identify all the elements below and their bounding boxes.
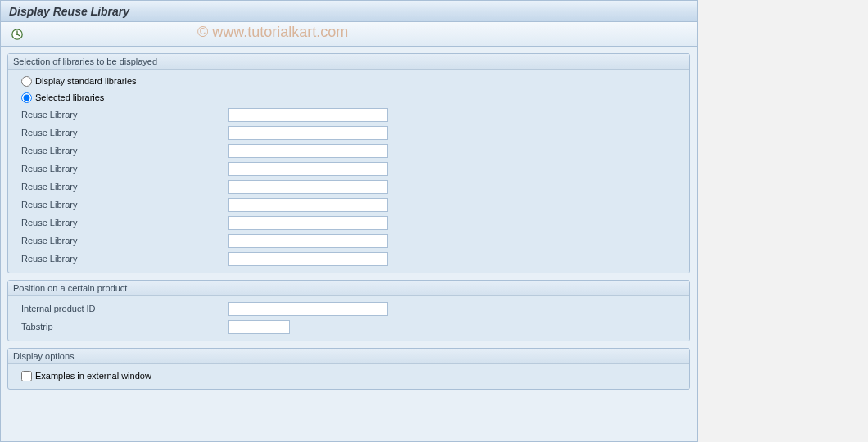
reuse-library-row-5: Reuse Library [15,178,683,196]
reuse-library-label-6: Reuse Library [21,200,228,210]
reuse-library-input-7[interactable] [228,216,388,230]
reuse-library-row-4: Reuse Library [15,160,683,178]
reuse-library-row-6: Reuse Library [15,196,683,214]
reuse-library-label-3: Reuse Library [21,146,228,156]
reuse-library-label-5: Reuse Library [21,182,228,192]
internal-product-id-row: Internal product ID [15,300,683,318]
radio-display-standard-label: Display standard libraries [35,76,137,86]
group-selection-libraries: Selection of libraries to be displayed D… [7,53,690,273]
execute-button[interactable] [9,26,25,43]
radio-display-standard[interactable] [21,76,32,87]
toolbar: © www.tutorialkart.com [1,22,697,47]
external-window-row: Examples in external window [15,368,683,384]
radio-selected-libraries[interactable] [21,92,32,103]
reuse-library-input-4[interactable] [228,162,388,176]
reuse-library-input-8[interactable] [228,234,388,248]
reuse-library-row-7: Reuse Library [15,214,683,232]
reuse-library-label-9: Reuse Library [21,254,228,264]
reuse-library-row-9: Reuse Library [15,250,683,268]
reuse-library-label-1: Reuse Library [21,110,228,120]
tabstrip-input[interactable] [228,320,290,334]
group-selection-title: Selection of libraries to be displayed [8,54,689,70]
reuse-library-row-1: Reuse Library [15,106,683,124]
main-window: Display Reuse Library © www.tutorialkart… [0,0,698,442]
titlebar: Display Reuse Library [1,1,697,22]
external-window-label: Examples in external window [35,371,151,381]
group-position-product: Position on a certain product Internal p… [7,280,690,341]
external-window-checkbox[interactable] [21,371,32,381]
clock-execute-icon [11,28,24,41]
window-title: Display Reuse Library [9,5,129,18]
svg-point-1 [16,34,18,35]
reuse-library-input-2[interactable] [228,126,388,140]
group-position-title: Position on a certain product [8,281,689,296]
reuse-library-label-7: Reuse Library [21,218,228,228]
reuse-library-input-1[interactable] [228,108,388,122]
radio-selected-libraries-label: Selected libraries [35,92,104,102]
reuse-library-input-3[interactable] [228,144,388,158]
reuse-library-label-4: Reuse Library [21,164,228,174]
reuse-library-input-9[interactable] [228,252,388,266]
radio-row-selected: Selected libraries [15,89,683,106]
reuse-library-row-2: Reuse Library [15,124,683,142]
tabstrip-row: Tabstrip [15,318,683,336]
reuse-library-input-5[interactable] [228,180,388,194]
radio-row-standard: Display standard libraries [15,73,683,89]
reuse-library-row-8: Reuse Library [15,232,683,250]
content-area: Selection of libraries to be displayed D… [1,47,697,396]
group-display-options: Display options Examples in external win… [7,348,690,390]
group-position-body: Internal product ID Tabstrip [8,296,689,341]
group-display-title: Display options [8,349,689,364]
reuse-library-label-8: Reuse Library [21,236,228,246]
group-selection-body: Display standard libraries Selected libr… [8,70,689,273]
reuse-library-row-3: Reuse Library [15,142,683,160]
internal-product-id-input[interactable] [228,302,388,316]
group-display-body: Examples in external window [8,364,689,389]
tabstrip-label: Tabstrip [21,322,228,332]
watermark: © www.tutorialkart.com [197,24,348,41]
reuse-library-input-6[interactable] [228,198,388,212]
reuse-library-label-2: Reuse Library [21,128,228,138]
internal-product-id-label: Internal product ID [21,304,228,313]
